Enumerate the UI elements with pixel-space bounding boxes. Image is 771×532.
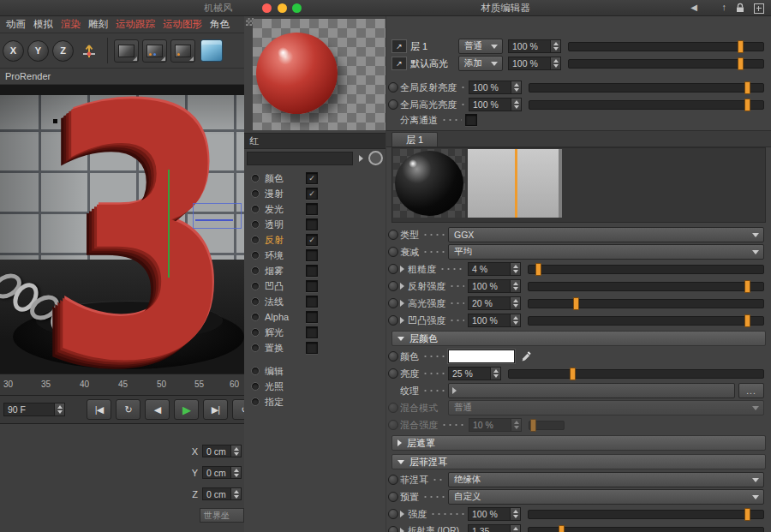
slider-handle[interactable] [738,40,744,53]
assign-item[interactable]: 指定 [248,394,384,409]
slider-handle[interactable] [573,297,579,310]
channel-displacement-checkbox[interactable] [306,342,318,354]
expand-arrow-icon[interactable] [400,283,408,290]
channel-normal-checkbox[interactable] [306,296,318,308]
animation-toggle-icon[interactable] [388,298,398,308]
channel-bump[interactable]: 凹凸 [248,278,384,294]
menu-mograph[interactable]: 运动图形 [163,18,202,31]
spinner-arrows-icon[interactable] [550,39,561,53]
prorender-menu[interactable]: ProRender [5,71,51,81]
channel-bump-checkbox[interactable] [306,280,318,292]
spinner-arrows-icon[interactable] [54,403,65,416]
channel-reflectance[interactable]: 反射 [248,232,384,248]
expand-arrow-icon[interactable] [400,266,408,272]
bump-strength-slider[interactable] [528,316,764,326]
roughness-slider[interactable] [528,265,764,274]
world-coordinates-button[interactable]: 世界坐 [200,508,244,523]
viewport[interactable]: 3 [0,85,244,374]
gradient-preview[interactable] [468,149,562,218]
timeline-ruler[interactable]: 30 35 40 45 50 55 60 [0,374,244,395]
material-preview[interactable] [253,19,386,130]
animation-toggle-icon[interactable] [388,264,398,274]
animation-toggle-icon[interactable] [388,509,398,519]
render-picture-viewer-button[interactable] [142,39,167,63]
expand-arrow-icon[interactable] [400,317,408,324]
slider-handle[interactable] [744,280,750,293]
material-name-field[interactable] [247,152,353,165]
menu-animation[interactable]: 动画 [6,18,26,31]
zoom-button[interactable] [292,3,302,13]
channel-fog-checkbox[interactable] [306,265,318,277]
spinner-arrows-icon[interactable] [510,507,521,521]
texture-field[interactable] [448,383,735,398]
menu-sculpt[interactable]: 雕刻 [88,18,108,31]
layer-1-blend-dropdown[interactable]: 普通 [458,39,503,54]
expand-arrow-icon[interactable] [400,511,408,517]
channel-transparency-checkbox[interactable] [306,218,318,230]
menu-simulate[interactable]: 模拟 [33,18,53,31]
slider-handle[interactable] [738,57,744,70]
illumination-item[interactable]: 光照 [248,379,384,394]
slider-handle[interactable] [744,99,750,111]
channel-diffusion-checkbox[interactable] [306,188,318,200]
channel-transparency[interactable]: 透明 [248,217,384,232]
lock-y-button[interactable]: Y [27,40,49,62]
go-to-start-button[interactable]: |◀ [87,399,111,420]
preview-shape-button[interactable] [368,151,383,165]
lock-z-button[interactable]: Z [52,40,74,62]
default-specular-opacity-field[interactable]: 100 % [508,57,561,70]
next-frame-button[interactable]: ▶| [203,399,228,420]
spinner-arrows-icon[interactable] [510,279,521,293]
separate-channels-checkbox[interactable] [465,114,477,126]
slider-handle[interactable] [744,314,750,327]
brightness-field[interactable]: 25 % [448,367,501,380]
back-icon[interactable]: ◀ [690,3,697,12]
dock-window-icon[interactable] [754,3,764,14]
slider-handle[interactable] [559,525,565,532]
chevron-right-icon[interactable] [356,153,366,164]
layer-thumbnail-icon[interactable]: ↗ [391,57,407,70]
render-view-button[interactable] [114,39,139,63]
slider-handle[interactable] [744,508,750,521]
preset-dropdown[interactable]: 自定义 [448,489,764,505]
spinner-arrows-icon[interactable] [490,367,501,380]
layer-mask-section-header[interactable]: 层遮罩 [391,435,766,451]
layer-thumbnail-icon[interactable]: ↗ [391,39,407,53]
texture-expand-icon[interactable] [452,387,460,394]
type-dropdown[interactable]: GGX [448,227,764,242]
animation-toggle-icon[interactable] [388,475,398,485]
channel-environment[interactable]: 环境 [248,248,384,263]
previous-frame-button[interactable]: ◀ [145,399,170,420]
channel-glow[interactable]: 辉光 [248,325,384,340]
layer-1-label[interactable]: 层 1 [410,40,458,53]
spinner-arrows-icon[interactable] [510,524,521,532]
layer-color-section-header[interactable]: 层颜色 [391,331,766,346]
spinner-arrows-icon[interactable] [510,296,521,310]
channel-alpha-checkbox[interactable] [306,311,318,323]
global-reflection-brightness-slider[interactable] [529,83,764,93]
specular-strength-field[interactable]: 20 % [468,296,521,310]
close-button[interactable] [262,3,272,13]
add-cube-button[interactable] [200,39,223,62]
default-specular-opacity-slider[interactable] [568,59,764,69]
channel-environment-checkbox[interactable] [306,249,318,261]
animation-toggle-icon[interactable] [388,315,398,326]
menu-motion-tracker[interactable]: 运动跟踪 [116,18,155,31]
minimize-button[interactable] [278,3,287,13]
animation-toggle-icon[interactable] [388,247,398,257]
channel-alpha[interactable]: Alpha [248,309,384,325]
layer-preview-thumbnail[interactable] [393,149,465,218]
roughness-field[interactable]: 4 % [468,262,521,276]
animation-toggle-icon[interactable] [388,99,398,110]
x-position-field[interactable]: 0 cm [202,445,242,457]
ior-slider[interactable] [528,527,764,532]
layer-fresnel-section-header[interactable]: 层菲涅耳 [391,454,766,469]
loop-playback-button[interactable]: ↻ [116,399,140,420]
channel-color-checkbox[interactable] [306,172,318,184]
gradient-marker[interactable] [515,149,517,218]
eyedropper-icon[interactable] [518,350,534,363]
play-button[interactable]: ▶ [174,399,199,420]
y-position-field[interactable]: 0 cm [202,466,242,479]
texture-browse-button[interactable]: ... [738,383,764,398]
spinner-arrows-icon[interactable] [230,445,242,457]
